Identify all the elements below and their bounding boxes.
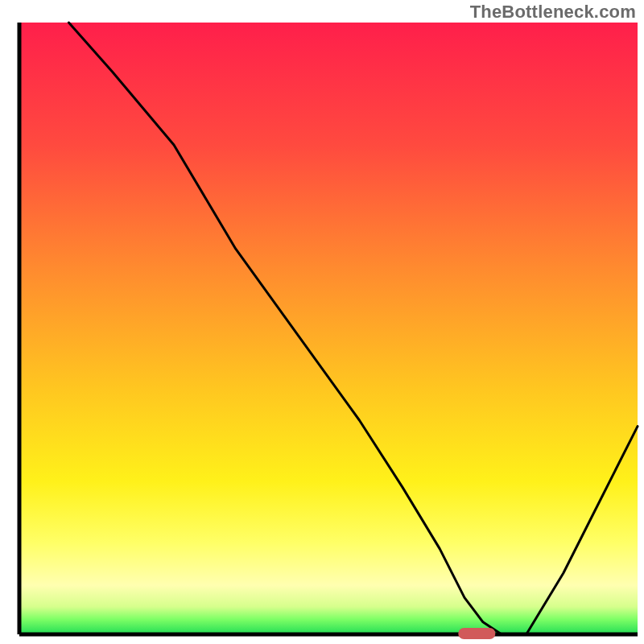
- chart-container: TheBottleneck.com: [0, 0, 644, 644]
- ideal-zone-marker: [458, 628, 495, 639]
- attribution-label: TheBottleneck.com: [470, 2, 636, 23]
- plot-background: [19, 23, 638, 634]
- bottleneck-chart: [0, 0, 644, 644]
